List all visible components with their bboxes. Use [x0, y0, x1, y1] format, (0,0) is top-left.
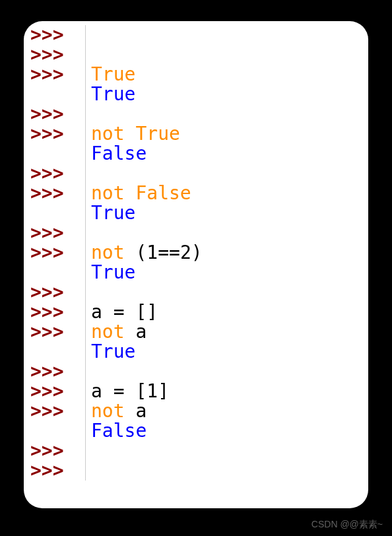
repl-line: >>>True	[24, 65, 368, 84]
repl-input	[86, 223, 91, 243]
repl-output: True	[86, 342, 135, 362]
repl-input	[86, 25, 91, 45]
repl-input: not False	[86, 184, 191, 203]
repl-line: >>>	[24, 164, 368, 184]
repl-output: True	[86, 84, 135, 104]
code-token: 1	[147, 242, 158, 263]
code-token: a	[125, 321, 147, 343]
code-token: True	[135, 123, 180, 145]
repl-prompt: >>>	[24, 382, 86, 401]
repl-input	[86, 283, 91, 302]
code-token: False	[91, 143, 147, 164]
code-token: (	[125, 242, 147, 263]
code-token: True	[91, 202, 135, 224]
code-token: False	[135, 182, 191, 204]
code-token: True	[91, 83, 135, 105]
repl-output: False	[86, 421, 147, 441]
repl-output: False	[86, 144, 147, 164]
repl-prompt: >>>	[24, 124, 86, 144]
repl-line: True	[24, 203, 368, 223]
repl-line: >>>	[24, 223, 368, 243]
code-token: )	[191, 242, 203, 263]
repl-input: not (1==2)	[86, 243, 203, 263]
repl-input	[86, 441, 91, 461]
code-token: True	[91, 261, 135, 283]
repl-prompt: >>>	[24, 223, 86, 243]
repl-line: True	[24, 342, 368, 362]
repl-prompt	[24, 342, 86, 362]
repl-input: True	[86, 65, 135, 84]
code-token: a = []	[91, 301, 158, 323]
repl-input: not True	[86, 124, 180, 144]
repl-prompt: >>>	[24, 302, 86, 322]
repl-line: >>>	[24, 441, 368, 461]
repl-prompt: >>>	[24, 164, 86, 184]
code-token: True	[91, 341, 135, 362]
repl-line: >>>	[24, 461, 368, 481]
repl-prompt: >>>	[24, 243, 86, 263]
repl-line: >>>	[24, 45, 368, 65]
repl-line: >>>	[24, 25, 368, 45]
repl-output: True	[86, 263, 135, 283]
repl-input: not a	[86, 401, 147, 421]
repl-output: True	[86, 203, 135, 223]
code-token	[125, 123, 136, 145]
repl-line: >>>	[24, 104, 368, 124]
repl-line: >>>not False	[24, 184, 368, 203]
repl-line: >>>not (1==2)	[24, 243, 368, 263]
repl-line: >>>	[24, 362, 368, 382]
repl-line: True	[24, 84, 368, 104]
code-token: ==	[158, 242, 180, 263]
code-token: True	[91, 63, 135, 85]
repl-line: False	[24, 144, 368, 164]
repl-input	[86, 104, 91, 124]
repl-line: >>>not a	[24, 401, 368, 421]
python-repl-terminal[interactable]: >>>>>>>>>TrueTrue>>>>>>not TrueFalse>>>>…	[24, 21, 368, 508]
repl-input: not a	[86, 322, 147, 342]
repl-line: False	[24, 421, 368, 441]
repl-input: a = [1]	[86, 382, 169, 401]
repl-prompt: >>>	[24, 45, 86, 65]
repl-prompt: >>>	[24, 65, 86, 84]
repl-prompt	[24, 203, 86, 223]
repl-input	[86, 45, 91, 65]
code-token: not	[91, 182, 125, 204]
code-token: False	[91, 420, 147, 442]
repl-line: True	[24, 263, 368, 283]
repl-prompt	[24, 263, 86, 283]
code-token: not	[91, 123, 125, 145]
repl-prompt: >>>	[24, 401, 86, 421]
repl-input	[86, 164, 91, 184]
code-token: not	[91, 242, 125, 263]
repl-prompt: >>>	[24, 322, 86, 342]
code-token: 2	[180, 242, 191, 263]
repl-prompt: >>>	[24, 104, 86, 124]
repl-input	[86, 362, 91, 382]
repl-prompt: >>>	[24, 25, 86, 45]
code-token: a	[125, 400, 147, 422]
repl-prompt: >>>	[24, 283, 86, 302]
repl-prompt	[24, 144, 86, 164]
repl-input	[86, 461, 91, 481]
repl-prompt: >>>	[24, 441, 86, 461]
code-token: not	[91, 400, 125, 422]
repl-line: >>>not True	[24, 124, 368, 144]
repl-line: >>>not a	[24, 322, 368, 342]
repl-prompt: >>>	[24, 362, 86, 382]
repl-prompt	[24, 421, 86, 441]
watermark-text: CSDN @@素素~	[311, 519, 383, 531]
code-token	[125, 182, 136, 204]
repl-line: >>>	[24, 283, 368, 302]
repl-prompt: >>>	[24, 461, 86, 481]
code-token: not	[91, 321, 125, 343]
repl-line: >>>a = []	[24, 302, 368, 322]
repl-prompt: >>>	[24, 184, 86, 203]
code-token: a = [	[91, 380, 147, 402]
repl-prompt	[24, 84, 86, 104]
code-token: 1	[147, 380, 158, 402]
repl-line: >>>a = [1]	[24, 382, 368, 401]
code-token: ]	[158, 380, 169, 402]
repl-input: a = []	[86, 302, 158, 322]
